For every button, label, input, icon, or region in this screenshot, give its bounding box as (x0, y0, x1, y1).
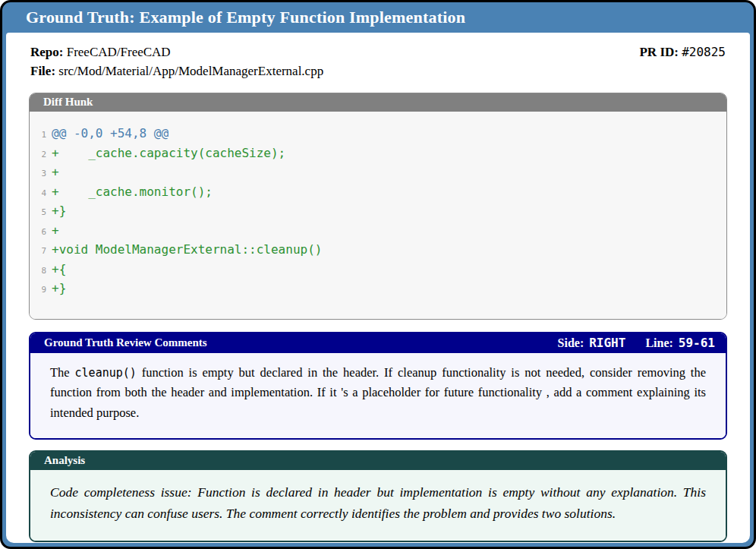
code-text: +} (52, 279, 66, 298)
code-text: +} (52, 202, 66, 220)
card-title-bar: Ground Truth: Example of Empty Function … (6, 2, 750, 33)
line-field: Line: 59-61 (645, 336, 715, 350)
review-comments-title: Ground Truth Review Comments (44, 336, 207, 349)
pr-id-label: PR ID: (639, 45, 678, 59)
code-text: + _cache.capacity(cacheSize); (52, 144, 285, 162)
diff-line: 7+void ModelManagerExternal::cleanup() (34, 241, 719, 260)
diff-line: 9+} (34, 279, 719, 299)
pr-id-value: #20825 (682, 45, 726, 59)
diff-line: 2+ _cache.capacity(cacheSize); (34, 144, 719, 164)
line-number: 8 (34, 262, 46, 280)
repo-label: Repo: (30, 45, 63, 59)
diff-line: 5+} (34, 202, 719, 222)
line-number: 4 (34, 185, 46, 203)
side-value: RIGHT (589, 336, 625, 350)
code-text: +{ (52, 260, 66, 279)
diff-hunk-panel: Diff Hunk 1@@ -0,0 +54,8 @@2+ _cache.cap… (29, 93, 727, 320)
line-number: 9 (34, 281, 46, 299)
line-number: 6 (34, 223, 46, 241)
diff-code-block: 1@@ -0,0 +54,8 @@2+ _cache.capacity(cach… (30, 112, 726, 319)
review-comment-text: The cleanup() function is empty but decl… (30, 353, 726, 438)
line-value: 59-61 (679, 336, 715, 350)
side-field: Side: RIGHT (558, 336, 626, 350)
line-number: 5 (34, 204, 46, 222)
file-row: File: src/Mod/Material/App/ModelManagerE… (30, 62, 726, 80)
code-text: +void ModelManagerExternal::cleanup() (52, 241, 322, 259)
file-field: File: src/Mod/Material/App/ModelManagerE… (30, 62, 323, 80)
file-value: src/Mod/Material/App/ModelManagerExterna… (58, 64, 323, 78)
code-text: + _cache.monitor(); (52, 183, 213, 201)
line-number: 1 (34, 126, 46, 144)
diff-line: 4+ _cache.monitor(); (34, 183, 719, 203)
comment-prefix: The (50, 365, 75, 380)
line-label: Line: (645, 336, 673, 350)
code-text: + (52, 163, 59, 181)
diff-line: 1@@ -0,0 +54,8 @@ (34, 125, 719, 144)
line-number: 2 (34, 146, 46, 164)
file-label: File: (30, 64, 55, 78)
analysis-title: Analysis (44, 454, 85, 467)
side-label: Side: (558, 336, 584, 350)
meta-section: Repo: FreeCAD/FreeCAD PR ID: #20825 File… (6, 33, 750, 85)
ground-truth-card: Ground Truth: Example of Empty Function … (0, 0, 756, 549)
line-number: 7 (34, 242, 46, 260)
code-text: @@ -0,0 +54,8 @@ (52, 125, 169, 143)
diff-line: 8+{ (34, 260, 719, 280)
review-meta: Side: RIGHT Line: 59-61 (558, 336, 715, 350)
comment-inline-code: cleanup() (75, 366, 137, 380)
diff-line: 6+ (34, 222, 719, 241)
card-content: Repo: FreeCAD/FreeCAD PR ID: #20825 File… (6, 33, 750, 543)
diff-hunk-title: Diff Hunk (43, 96, 93, 109)
diff-hunk-header: Diff Hunk (30, 93, 726, 112)
code-text: + (52, 222, 59, 240)
pr-id-field: PR ID: #20825 (639, 43, 726, 62)
diff-line: 3+ (34, 163, 719, 183)
review-comments-panel: Ground Truth Review Comments Side: RIGHT… (29, 332, 727, 440)
repo-value: FreeCAD/FreeCAD (67, 45, 171, 59)
line-number: 3 (34, 165, 46, 183)
page-title: Ground Truth: Example of Empty Function … (26, 8, 465, 27)
analysis-header: Analysis (30, 452, 726, 470)
repo-row: Repo: FreeCAD/FreeCAD PR ID: #20825 (30, 43, 726, 62)
repo-field: Repo: FreeCAD/FreeCAD (30, 43, 171, 62)
analysis-panel: Analysis Code completeness issue: Functi… (29, 450, 727, 543)
comment-rest: function is empty but declared in the he… (50, 365, 706, 420)
analysis-text: Code completeness issue: Function is dec… (30, 470, 726, 541)
review-comments-header: Ground Truth Review Comments Side: RIGHT… (30, 333, 726, 353)
